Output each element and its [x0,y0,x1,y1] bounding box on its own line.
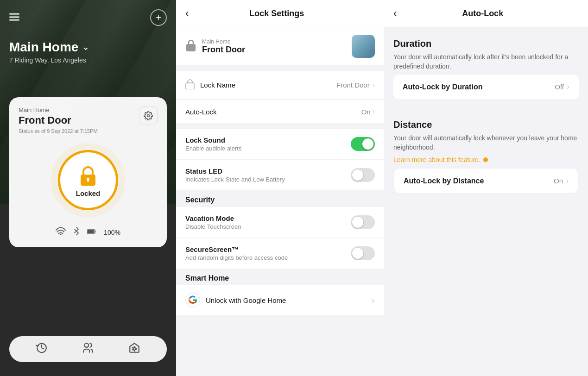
smart-home-section-header: Smart Home [176,269,384,285]
battery-level: 100% [104,229,120,236]
settings-title: Lock Settings [194,9,359,19]
wifi-icon [56,227,66,238]
autolock-title: Auto-Lock [402,9,563,19]
autolock-row[interactable]: Auto-Lock On › [176,100,384,123]
security-section: Vacation Mode Disable Touchscreen Secure… [176,207,384,269]
vacation-mode-toggle[interactable] [351,215,375,229]
add-button[interactable]: + [150,9,167,26]
home-title-area: Main Home ⌄ 7 Riding Way, Los Angeles [0,26,176,64]
svg-rect-15 [186,83,194,89]
lock-info-left: Main Home Front Door [185,38,245,55]
lock-settings-button[interactable] [139,107,158,125]
duration-option-card[interactable]: Auto-Lock by Duration Off › [393,75,579,99]
lock-name-label: Lock Name [200,81,235,89]
secure-screen-title: SecureScreen™ [185,245,351,253]
autolock-back-button[interactable]: ‹ [393,7,397,19]
autolock-label: Auto-Lock [185,108,217,116]
secure-screen-toggle-knob [352,248,363,259]
svg-rect-2 [9,19,19,21]
vacation-mode-row[interactable]: Vacation Mode Disable Touchscreen [176,207,384,238]
lock-settings-panel: ‹ Lock Settings Main Home Front Door [176,0,384,376]
bluetooth-icon [73,226,80,238]
lock-name-row[interactable]: Lock Name Front Door › [176,71,384,99]
svg-point-3 [147,115,150,117]
status-led-row[interactable]: Status LED Indicates Lock State and Low … [176,160,384,190]
lock-sound-row[interactable]: Lock Sound Enable audible alerts [176,129,384,160]
google-home-left: Unlock with Google Home [185,293,286,307]
nav-home-settings-button[interactable] [128,342,140,357]
lock-card-footer: 100% [19,226,158,238]
lock-circle-inner: Locked [58,150,118,210]
learn-more-link[interactable]: Learn more about this feature. [393,156,481,163]
nav-users-button[interactable] [82,342,94,357]
secure-screen-row[interactable]: SecureScreen™ Add random digits before a… [176,238,384,269]
home-name[interactable]: Main Home ⌄ [9,40,167,55]
vacation-mode-title: Vacation Mode [185,214,351,222]
svg-rect-1 [9,16,19,18]
google-home-row[interactable]: Unlock with Google Home › [176,285,384,315]
lock-sound-left: Lock Sound Enable audible alerts [185,136,351,152]
menu-icon[interactable] [9,13,19,23]
autolock-panel: ‹ Auto-Lock Duration Your door will auto… [384,0,588,376]
lock-info-row: Main Home Front Door [176,27,384,65]
home-header: + [0,0,176,26]
lock-name-right: Front Door › [336,81,375,89]
duration-option-value: Off [555,83,564,91]
secure-screen-left: SecureScreen™ Add random digits before a… [185,245,351,261]
smart-home-section: Unlock with Google Home › [176,285,384,315]
lock-sound-toggle-knob [362,138,373,150]
distance-option-right: On › [554,176,569,186]
bottom-nav [9,336,167,362]
lock-small-icon [185,38,196,54]
duration-section: Duration Your door will automatically lo… [384,27,588,75]
distance-desc: Your door will automatically lock whenev… [393,134,579,152]
learn-more-row: Learn more about this feature. [393,156,579,164]
svg-point-7 [60,234,61,235]
lock-name-left: Lock Name [185,78,235,92]
svg-point-12 [84,343,89,347]
settings-header: ‹ Lock Settings [176,0,384,27]
status-led-title: Status LED [185,167,351,175]
svg-line-8 [75,229,76,231]
lock-card-subtitle: Main Home [19,107,98,113]
distance-option-card[interactable]: Auto-Lock by Distance On › [393,168,579,194]
lock-card-title: Front Door [19,114,98,126]
status-led-sub: Indicates Lock State and Low Battery [185,176,351,183]
lock-thumbnail [352,35,375,58]
lock-card: Main Home Front Door Status as of 9 Sep … [9,97,167,247]
lock-info-subtitle: Main Home [202,38,245,45]
google-home-icon [185,293,200,307]
security-section-header: Security [176,190,384,207]
lock-circle-outer: Locked [51,143,125,217]
home-address: 7 Riding Way, Los Angeles [9,56,167,64]
settings-back-button[interactable]: ‹ [185,7,189,19]
autolock-header: ‹ Auto-Lock [384,0,588,27]
chevron-down-icon: ⌄ [82,42,89,52]
status-led-toggle[interactable] [351,168,375,182]
svg-rect-11 [88,230,94,233]
duration-option-right: Off › [555,82,569,92]
lock-info-name: Front Door [202,45,245,55]
chevron-right-icon: › [373,81,375,89]
lock-name-value: Front Door [336,81,370,89]
duration-title: Duration [393,38,579,49]
lock-icon [77,163,99,188]
vacation-mode-left: Vacation Mode Disable Touchscreen [185,214,351,230]
lock-card-info: Main Home Front Door Status as of 9 Sep … [19,107,98,134]
lock-info-text: Main Home Front Door [202,38,245,55]
svg-rect-0 [9,13,19,15]
lock-sound-toggle[interactable] [351,137,375,151]
svg-line-9 [75,231,76,233]
lock-state-label: Locked [76,189,101,197]
distance-section: Distance Your door will automatically lo… [384,108,588,168]
battery-icon [87,227,96,237]
autolock-section: Auto-Lock On › [176,100,384,123]
distance-title: Distance [393,119,579,130]
nav-history-button[interactable] [36,342,48,357]
autolock-right: On › [361,107,375,116]
lock-visual[interactable]: Locked [19,143,158,217]
lock-thumbnail-image [352,35,375,58]
secure-screen-toggle[interactable] [351,246,375,260]
distance-option-value: On [554,177,563,185]
distance-option-label: Auto-Lock by Distance [404,177,484,185]
